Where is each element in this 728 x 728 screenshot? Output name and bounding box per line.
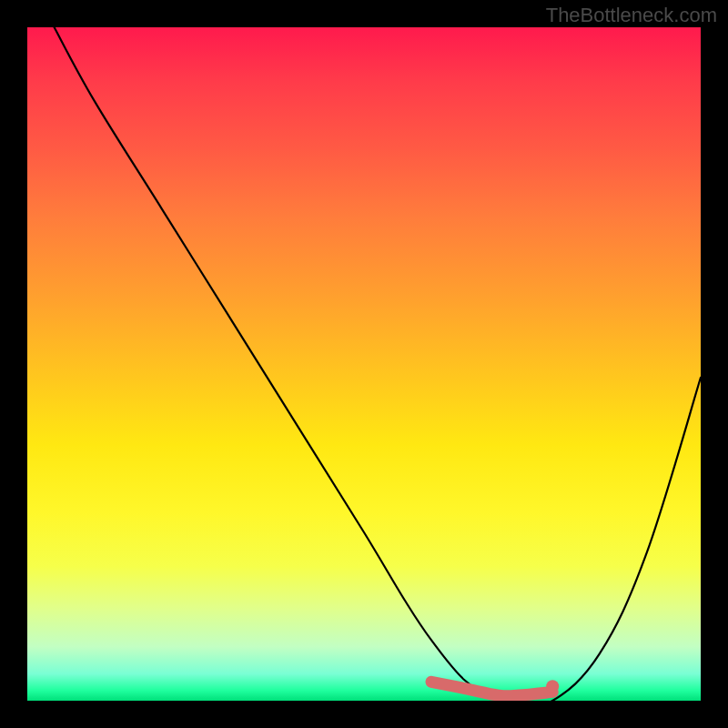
curve-layer	[27, 27, 701, 701]
optimal-zone-end-dot	[546, 680, 559, 693]
optimal-zone-marker	[431, 682, 552, 696]
bottleneck-curve	[55, 27, 701, 701]
watermark-text: TheBottleneck.com	[546, 4, 717, 27]
chart-container: TheBottleneck.com	[0, 0, 728, 728]
plot-area	[27, 27, 701, 701]
